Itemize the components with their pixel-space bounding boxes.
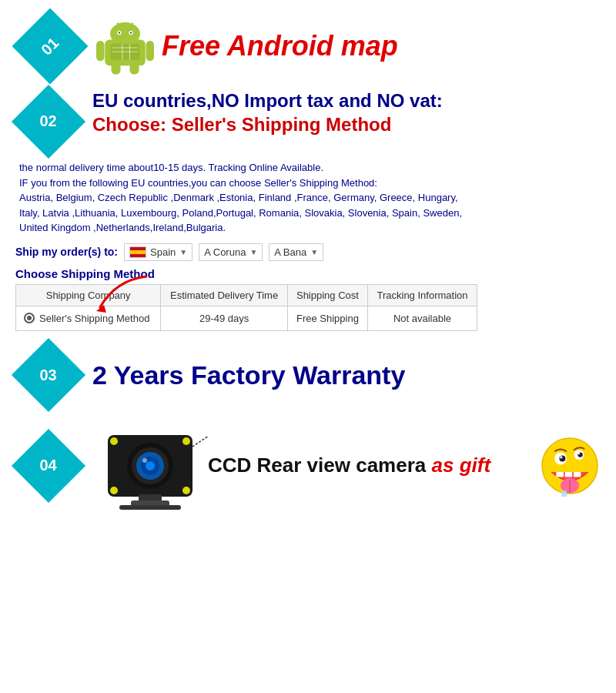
desc-line4: Italy, Latvia ,Lithuania, Luxembourg, Po… xyxy=(19,206,601,221)
city2-select-arrow: ▼ xyxy=(310,248,318,256)
col-header-cost: Shipping Cost xyxy=(287,284,367,306)
svg-rect-10 xyxy=(112,62,121,74)
section03-heading: 2 Years Factory Warranty xyxy=(92,360,405,390)
desc-line1: the normal delivery time about10-15 days… xyxy=(19,160,601,176)
svg-point-39 xyxy=(560,456,562,458)
svg-point-25 xyxy=(110,437,118,445)
country-select[interactable]: Spain ▼ xyxy=(124,243,192,261)
choose-shipping-section: Choose Shipping Method Shipping Company … xyxy=(15,267,601,331)
ship-to-row: Ship my order(s) to: Spain ▼ A Coruna ▼ … xyxy=(15,243,601,261)
svg-rect-11 xyxy=(130,62,139,74)
svg-rect-31 xyxy=(119,505,181,510)
svg-point-37 xyxy=(559,455,565,461)
section02-title-line1: EU countries,NO Import tax and NO vat: xyxy=(92,89,443,112)
country-select-value: Spain xyxy=(150,246,176,258)
svg-rect-45 xyxy=(574,472,581,477)
cell-delivery: 29-49 days xyxy=(161,306,288,330)
city-select-2[interactable]: A Bana ▼ xyxy=(269,243,323,261)
emoji-face-icon xyxy=(539,435,601,497)
badge-01-wrapper: 01 xyxy=(15,12,85,81)
description-block: the normal delivery time about10-15 days… xyxy=(15,160,601,236)
choose-shipping-label: Choose Shipping Method xyxy=(15,267,601,280)
section02-content: EU countries,NO Import tax and NO vat: C… xyxy=(92,89,443,136)
svg-point-23 xyxy=(146,461,155,470)
city-select-1[interactable]: A Coruna ▼ xyxy=(199,243,263,261)
svg-point-1 xyxy=(110,22,140,45)
cell-cost: Free Shipping xyxy=(287,306,367,330)
city1-select-arrow: ▼ xyxy=(249,248,257,256)
desc-line3: Austria, Belgium, Czech Republic ,Denmar… xyxy=(19,190,601,206)
svg-point-4 xyxy=(119,32,120,33)
col-header-company: Shipping Company xyxy=(16,284,161,306)
svg-point-24 xyxy=(142,458,147,463)
section01-heading: Free Android map xyxy=(162,30,398,62)
svg-line-32 xyxy=(192,431,208,447)
page-container: 01 xyxy=(0,0,616,693)
badge-04-wrapper: 04 xyxy=(15,433,81,498)
ship-to-label: Ship my order(s) to: xyxy=(15,246,118,258)
camera-image xyxy=(92,416,208,516)
badge-03-wrapper: 03 xyxy=(15,343,81,408)
shipping-table: Shipping Company Estimated Delivery Time… xyxy=(15,284,477,331)
badge-04-number: 04 xyxy=(39,457,56,474)
table-row: Seller's Shipping Method 29-49 days Free… xyxy=(16,306,477,330)
city2-select-value: A Bana xyxy=(274,246,306,258)
svg-rect-8 xyxy=(96,41,105,61)
cell-tracking: Not available xyxy=(368,306,477,330)
radio-button[interactable] xyxy=(24,313,35,323)
badge-02-wrapper: 02 xyxy=(15,89,81,154)
badge-02-number: 02 xyxy=(39,112,56,130)
col-header-delivery: Estimated Delivery Time xyxy=(161,284,288,306)
desc-line5: United Kingdom ,Netherlands,Ireland,Bulg… xyxy=(19,220,601,236)
spain-flag-icon xyxy=(129,246,146,258)
svg-point-26 xyxy=(182,437,190,445)
table-header-row: Shipping Company Estimated Delivery Time… xyxy=(16,284,477,306)
svg-rect-43 xyxy=(556,472,564,477)
svg-point-28 xyxy=(182,487,190,494)
country-select-arrow: ▼ xyxy=(179,248,187,256)
svg-point-27 xyxy=(110,487,118,494)
radio-cell: Seller's Shipping Method xyxy=(24,313,152,324)
svg-point-5 xyxy=(130,32,132,33)
section-04: 04 CCD Rear v xyxy=(15,416,601,516)
section04-text-black: CCD Rear view camera xyxy=(208,454,431,477)
company-name: Seller's Shipping Method xyxy=(39,313,149,324)
desc-line2: IF you from the following EU countries,y… xyxy=(19,176,601,191)
section-01: 01 xyxy=(15,12,601,81)
cell-company: Seller's Shipping Method xyxy=(16,306,161,330)
android-icon xyxy=(96,18,154,75)
badge-03-number: 03 xyxy=(39,367,56,384)
col-header-tracking: Tracking Information xyxy=(368,284,477,306)
section-03: 03 2 Years Factory Warranty xyxy=(15,343,601,408)
city1-select-value: A Coruna xyxy=(204,246,246,258)
svg-rect-44 xyxy=(565,472,573,477)
svg-point-40 xyxy=(578,452,580,454)
section04-text-red: as gift xyxy=(431,454,490,477)
section-02: 02 EU countries,NO Import tax and NO vat… xyxy=(15,89,601,154)
section02-title-line2: Choose: Seller's Shipping Method xyxy=(92,112,443,136)
svg-rect-9 xyxy=(146,41,155,61)
section04-text: CCD Rear view camera as gift xyxy=(208,454,490,477)
